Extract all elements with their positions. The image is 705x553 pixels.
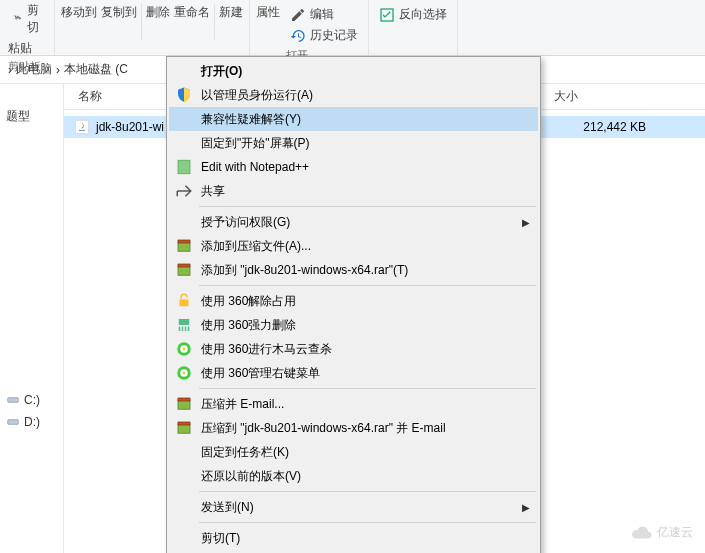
java-icon (74, 119, 90, 135)
properties-button[interactable]: 属性 (256, 4, 280, 21)
cm-360-manage-menu[interactable]: 使用 360管理右键菜单 (169, 361, 538, 385)
cut-label: 剪切 (27, 2, 44, 36)
svg-rect-18 (178, 398, 190, 401)
360-icon (175, 340, 193, 358)
watermark: 亿速云 (631, 524, 693, 541)
cm-compat-troubleshoot[interactable]: 兼容性疑难解答(Y) (169, 107, 538, 131)
delete-button[interactable]: 删除 (146, 4, 170, 21)
scissors-icon (12, 11, 23, 27)
history-icon (290, 28, 306, 44)
cut-button[interactable]: 剪切 (8, 0, 48, 38)
drive-icon (6, 393, 20, 407)
svg-rect-4 (178, 160, 190, 174)
paste-label: 粘贴 (8, 40, 32, 57)
svg-rect-9 (180, 300, 189, 307)
svg-rect-20 (178, 422, 190, 425)
new-folder-button[interactable]: 新建 (219, 4, 243, 21)
svg-rect-2 (8, 420, 19, 425)
svg-rect-17 (178, 400, 190, 409)
cm-open[interactable]: 打开(O) (169, 59, 538, 83)
cm-edit-notepadpp[interactable]: Edit with Notepad++ (169, 155, 538, 179)
copy-to-button[interactable]: 复制到 (101, 4, 137, 21)
share-icon (175, 182, 193, 200)
cm-send-to[interactable]: 发送到(N)▶ (169, 495, 538, 519)
360-icon (175, 364, 193, 382)
breadcrumb-disk[interactable]: 本地磁盘 (C (64, 61, 128, 78)
move-to-button[interactable]: 移动到 (61, 4, 97, 21)
file-size-label: 212,442 KB (554, 120, 654, 134)
svg-rect-6 (178, 240, 190, 243)
winrar-icon (175, 395, 193, 413)
clipboard-group-label: 剪贴板 (8, 59, 41, 74)
unlock-icon (175, 292, 193, 310)
svg-rect-1 (8, 398, 19, 403)
sidebar-item-drive-c[interactable]: C:) (4, 389, 59, 411)
column-size[interactable]: 大小 (554, 88, 654, 105)
cm-360-force-del[interactable]: 使用 360强力删除 (169, 313, 538, 337)
svg-rect-19 (178, 424, 190, 433)
cm-add-archive[interactable]: 添加到压缩文件(A)... (169, 234, 538, 258)
svg-point-13 (183, 348, 186, 351)
shred-icon (175, 316, 193, 334)
svg-rect-10 (179, 319, 190, 325)
winrar-icon (175, 419, 193, 437)
ribbon: 剪切 粘贴 剪贴板 移动到 复制到 删除 重命名 新建 属性 编辑 历史记录 打… (0, 0, 705, 56)
file-name-label: jdk-8u201-wi (96, 120, 164, 134)
cm-grant-access[interactable]: 授予访问权限(G)▶ (169, 210, 538, 234)
drive-icon (6, 415, 20, 429)
history-button[interactable]: 历史记录 (286, 25, 362, 46)
paste-button[interactable]: 粘贴 (8, 40, 32, 57)
edit-button[interactable]: 编辑 (286, 4, 362, 25)
cm-pin-start[interactable]: 固定到"开始"屏幕(P) (169, 131, 538, 155)
winrar-icon (175, 237, 193, 255)
cloud-icon (631, 525, 653, 541)
cm-cut[interactable]: 剪切(T) (169, 526, 538, 550)
cm-add-archive-named[interactable]: 添加到 "jdk-8u201-windows-x64.rar"(T) (169, 258, 538, 282)
chevron-right-icon: ▶ (522, 502, 530, 513)
cm-restore-previous[interactable]: 还原以前的版本(V) (169, 464, 538, 488)
cm-compress-email[interactable]: 压缩并 E-mail... (169, 392, 538, 416)
cm-360-unlock[interactable]: 使用 360解除占用 (169, 289, 538, 313)
svg-rect-8 (178, 264, 190, 267)
chevron-right-icon: ▶ (522, 217, 530, 228)
winrar-icon (175, 261, 193, 279)
cm-share[interactable]: 共享 (169, 179, 538, 203)
sidebar-item-drive-d[interactable]: D:) (4, 411, 59, 433)
checkbox-icon (379, 7, 395, 23)
context-menu: 打开(O) 以管理员身份运行(A) 兼容性疑难解答(Y) 固定到"开始"屏幕(P… (166, 56, 541, 553)
notepadpp-icon (175, 158, 193, 176)
sidebar: 题型 C:) D:) (0, 84, 64, 553)
cm-run-as-admin[interactable]: 以管理员身份运行(A) (169, 83, 538, 107)
pencil-icon (290, 7, 306, 23)
cm-360-cloud-scan[interactable]: 使用 360进行木马云查杀 (169, 337, 538, 361)
shield-icon (175, 86, 193, 104)
svg-rect-7 (178, 266, 190, 275)
svg-rect-5 (178, 242, 190, 251)
svg-point-16 (183, 372, 186, 375)
rename-button[interactable]: 重命名 (174, 4, 210, 21)
reverse-select-button[interactable]: 反向选择 (375, 4, 451, 25)
sidebar-title: 题型 (4, 104, 59, 129)
cm-pin-taskbar[interactable]: 固定到任务栏(K) (169, 440, 538, 464)
cm-compress-named-email[interactable]: 压缩到 "jdk-8u201-windows-x64.rar" 并 E-mail (169, 416, 538, 440)
